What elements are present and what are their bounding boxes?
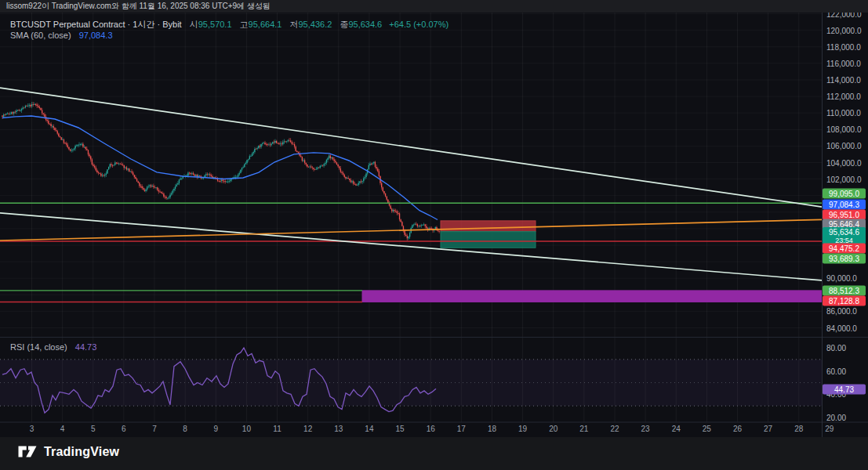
price-tick: 106,000.0	[826, 142, 862, 150]
time-tick: 29	[820, 425, 839, 433]
sma-label[interactable]: SMA (60, close)	[10, 31, 71, 40]
time-tick: 3	[23, 425, 42, 433]
rsi-tick: 80.00	[826, 344, 846, 352]
price-level-badge: 87,128.8	[823, 295, 866, 306]
time-tick: 20	[544, 425, 563, 433]
time-tick: 6	[114, 425, 133, 433]
time-axis[interactable]: 3456789101112131415161718192021222324252…	[0, 422, 868, 437]
sma-value: 97,084.3	[79, 31, 113, 40]
sma-legend[interactable]: SMA (60, close) 97,084.3	[10, 31, 113, 40]
rsi-value: 44.73	[75, 342, 97, 352]
price-tick: 118,000.0	[826, 42, 861, 51]
time-tick: 27	[759, 425, 778, 433]
time-tick: 18	[482, 425, 501, 433]
time-tick: 9	[206, 425, 225, 433]
low-value: 95,436.2	[299, 20, 332, 29]
change-value: +64.5 (+0.07%)	[389, 20, 449, 29]
price-tick: 102,000.0	[826, 175, 862, 183]
price-axis[interactable]: 122,000.0120,000.0118,000.0116,000.0114,…	[822, 13, 868, 437]
close-value: 95,634.6	[348, 20, 382, 29]
rsi-label[interactable]: RSI (14, close)	[10, 342, 67, 352]
time-tick: 8	[176, 425, 194, 433]
price-tick: 104,000.0	[826, 158, 862, 167]
current-price-badge: 95,634.623:54	[823, 227, 866, 244]
attribution-text: lissom922이 TradingView.com와 함께 11월 16, 2…	[6, 2, 271, 10]
attribution-bar: lissom922이 TradingView.com와 함께 11월 16, 2…	[0, 0, 868, 13]
time-tick: 4	[53, 425, 72, 433]
high-label: 고	[240, 20, 249, 29]
price-tick: 108,000.0	[826, 125, 862, 134]
time-tick: 25	[697, 425, 716, 433]
price-level-badge: 97,084.3	[823, 200, 866, 210]
symbol-legend[interactable]: BTCUSDT Perpetual Contract · 1시간 · Bybit…	[10, 19, 449, 31]
time-tick: 11	[268, 425, 287, 433]
price-level-badge: 94,475.2	[823, 244, 866, 254]
chart-canvas[interactable]	[0, 0, 868, 470]
time-tick: 16	[421, 425, 440, 433]
time-tick: 14	[360, 425, 379, 433]
price-tick: 114,000.0	[826, 76, 861, 85]
rsi-tick: 60.00	[826, 367, 846, 375]
time-tick: 13	[329, 425, 348, 433]
rsi-tick: 20.00	[826, 413, 846, 421]
time-tick: 22	[605, 425, 624, 433]
open-label: 시	[190, 20, 198, 29]
time-tick: 23	[636, 425, 655, 433]
low-label: 저	[290, 20, 299, 29]
price-tick: 86,000.0	[826, 307, 857, 316]
rsi-legend[interactable]: RSI (14, close) 44.73	[10, 342, 96, 352]
time-tick: 21	[575, 425, 594, 433]
time-tick: 5	[84, 425, 103, 433]
time-tick: 12	[299, 425, 318, 433]
time-tick: 19	[514, 425, 532, 433]
tradingview-link[interactable]: TradingView	[17, 443, 119, 460]
time-tick: 17	[452, 425, 470, 433]
time-tick: 7	[145, 425, 164, 433]
brand-bar: TradingView	[0, 437, 868, 470]
time-tick: 26	[728, 425, 746, 433]
price-tick: 112,000.0	[826, 92, 861, 101]
price-level-badge: 93,689.3	[823, 254, 866, 264]
price-level-badge: 88,512.3	[823, 286, 866, 296]
price-level-badge: 99,095.0	[823, 189, 866, 199]
price-tick: 116,000.0	[826, 59, 861, 67]
tradingview-logo-icon	[17, 443, 38, 460]
time-tick: 15	[390, 425, 409, 433]
brand-name: TradingView	[44, 445, 119, 459]
time-tick: 10	[237, 425, 256, 433]
close-label: 종	[340, 20, 348, 29]
price-tick: 84,000.0	[826, 324, 857, 332]
symbol-title[interactable]: BTCUSDT Perpetual Contract · 1시간 · Bybit	[10, 20, 182, 29]
time-tick: 24	[666, 425, 685, 433]
price-tick: 110,000.0	[826, 109, 861, 118]
price-tick: 90,000.0	[826, 274, 857, 283]
time-tick: 28	[790, 425, 808, 433]
open-value: 95,570.1	[198, 20, 232, 29]
price-tick: 120,000.0	[826, 26, 862, 34]
rsi-value-badge: 44.73	[823, 384, 866, 394]
high-value: 95,664.1	[249, 20, 282, 29]
